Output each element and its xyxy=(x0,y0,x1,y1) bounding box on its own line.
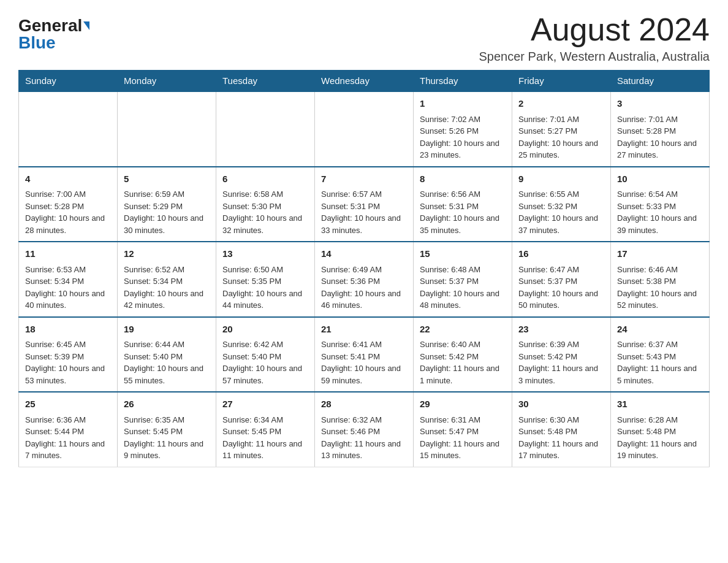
calendar-cell: 10Sunrise: 6:54 AMSunset: 5:33 PMDayligh… xyxy=(611,167,710,242)
day-info: Sunrise: 6:56 AMSunset: 5:31 PMDaylight:… xyxy=(420,188,506,236)
calendar-cell xyxy=(19,91,118,167)
weekday-header-wednesday: Wednesday xyxy=(315,71,414,92)
day-info: Sunrise: 6:37 AMSunset: 5:43 PMDaylight:… xyxy=(617,339,703,386)
day-info: Sunrise: 7:00 AMSunset: 5:28 PMDaylight:… xyxy=(25,188,111,236)
day-info: Sunrise: 7:02 AMSunset: 5:26 PMDaylight:… xyxy=(420,113,506,161)
title-block: August 2024 Spencer Park, Western Austra… xyxy=(479,12,710,64)
day-number: 20 xyxy=(222,323,308,337)
calendar-cell: 4Sunrise: 7:00 AMSunset: 5:28 PMDaylight… xyxy=(19,167,118,242)
weekday-header-sunday: Sunday xyxy=(19,71,118,92)
day-info: Sunrise: 6:35 AMSunset: 5:45 PMDaylight:… xyxy=(124,414,210,462)
day-number: 3 xyxy=(617,97,703,111)
day-info: Sunrise: 6:39 AMSunset: 5:42 PMDaylight:… xyxy=(518,339,604,386)
day-number: 25 xyxy=(25,397,111,412)
day-number: 18 xyxy=(25,323,111,337)
day-number: 9 xyxy=(518,172,604,186)
day-number: 6 xyxy=(222,172,308,186)
day-number: 16 xyxy=(518,247,604,261)
day-number: 10 xyxy=(617,172,703,186)
weekday-header-tuesday: Tuesday xyxy=(216,71,315,92)
day-info: Sunrise: 6:36 AMSunset: 5:44 PMDaylight:… xyxy=(25,414,111,462)
calendar-cell xyxy=(118,91,216,167)
calendar-week-row: 4Sunrise: 7:00 AMSunset: 5:28 PMDaylight… xyxy=(19,167,710,242)
calendar-cell: 8Sunrise: 6:56 AMSunset: 5:31 PMDaylight… xyxy=(414,167,512,242)
day-info: Sunrise: 6:54 AMSunset: 5:33 PMDaylight:… xyxy=(617,188,703,236)
day-info: Sunrise: 7:01 AMSunset: 5:28 PMDaylight:… xyxy=(617,113,703,161)
calendar-table: SundayMondayTuesdayWednesdayThursdayFrid… xyxy=(18,70,710,467)
calendar-cell: 27Sunrise: 6:34 AMSunset: 5:45 PMDayligh… xyxy=(216,392,315,467)
day-number: 14 xyxy=(321,247,407,261)
logo-blue: Blue xyxy=(18,33,56,52)
calendar-cell: 18Sunrise: 6:45 AMSunset: 5:39 PMDayligh… xyxy=(19,317,118,393)
calendar-cell: 7Sunrise: 6:57 AMSunset: 5:31 PMDaylight… xyxy=(315,167,414,242)
day-number: 4 xyxy=(25,172,111,186)
calendar-subtitle: Spencer Park, Western Australia, Austral… xyxy=(479,50,710,64)
calendar-cell: 6Sunrise: 6:58 AMSunset: 5:30 PMDaylight… xyxy=(216,167,315,242)
logo-general: General xyxy=(18,17,82,34)
day-number: 11 xyxy=(25,247,111,261)
day-info: Sunrise: 6:48 AMSunset: 5:37 PMDaylight:… xyxy=(420,264,506,312)
day-number: 21 xyxy=(321,323,407,337)
day-info: Sunrise: 6:50 AMSunset: 5:35 PMDaylight:… xyxy=(222,264,308,312)
day-info: Sunrise: 6:45 AMSunset: 5:39 PMDaylight:… xyxy=(25,339,111,386)
day-number: 30 xyxy=(518,397,604,412)
calendar-cell: 3Sunrise: 7:01 AMSunset: 5:28 PMDaylight… xyxy=(611,91,710,167)
day-number: 15 xyxy=(420,247,506,261)
day-info: Sunrise: 6:53 AMSunset: 5:34 PMDaylight:… xyxy=(25,264,111,312)
calendar-cell: 16Sunrise: 6:47 AMSunset: 5:37 PMDayligh… xyxy=(512,242,611,317)
day-number: 12 xyxy=(124,247,210,261)
day-number: 26 xyxy=(124,397,210,412)
weekday-header-saturday: Saturday xyxy=(611,71,710,92)
calendar-cell: 22Sunrise: 6:40 AMSunset: 5:42 PMDayligh… xyxy=(414,317,512,393)
day-info: Sunrise: 6:58 AMSunset: 5:30 PMDaylight:… xyxy=(222,188,308,236)
calendar-week-row: 18Sunrise: 6:45 AMSunset: 5:39 PMDayligh… xyxy=(19,317,710,393)
day-number: 23 xyxy=(518,323,604,337)
calendar-week-row: 11Sunrise: 6:53 AMSunset: 5:34 PMDayligh… xyxy=(19,242,710,317)
logo: General Blue xyxy=(18,17,89,52)
day-info: Sunrise: 6:42 AMSunset: 5:40 PMDaylight:… xyxy=(222,339,308,386)
calendar-cell: 14Sunrise: 6:49 AMSunset: 5:36 PMDayligh… xyxy=(315,242,414,317)
day-info: Sunrise: 6:32 AMSunset: 5:46 PMDaylight:… xyxy=(321,414,407,462)
weekday-header-monday: Monday xyxy=(118,71,216,92)
calendar-cell: 23Sunrise: 6:39 AMSunset: 5:42 PMDayligh… xyxy=(512,317,611,393)
weekday-header-row: SundayMondayTuesdayWednesdayThursdayFrid… xyxy=(19,71,710,92)
calendar-cell: 17Sunrise: 6:46 AMSunset: 5:38 PMDayligh… xyxy=(611,242,710,317)
day-number: 17 xyxy=(617,247,703,261)
calendar-cell: 13Sunrise: 6:50 AMSunset: 5:35 PMDayligh… xyxy=(216,242,315,317)
day-number: 28 xyxy=(321,397,407,412)
calendar-cell xyxy=(315,91,414,167)
day-number: 31 xyxy=(617,397,703,412)
weekday-header-friday: Friday xyxy=(512,71,611,92)
weekday-header-thursday: Thursday xyxy=(414,71,512,92)
day-info: Sunrise: 6:47 AMSunset: 5:37 PMDaylight:… xyxy=(518,264,604,312)
day-number: 7 xyxy=(321,172,407,186)
calendar-cell: 26Sunrise: 6:35 AMSunset: 5:45 PMDayligh… xyxy=(118,392,216,467)
day-number: 29 xyxy=(420,397,506,412)
calendar-cell: 29Sunrise: 6:31 AMSunset: 5:47 PMDayligh… xyxy=(414,392,512,467)
calendar-cell: 24Sunrise: 6:37 AMSunset: 5:43 PMDayligh… xyxy=(611,317,710,393)
calendar-cell: 1Sunrise: 7:02 AMSunset: 5:26 PMDaylight… xyxy=(414,91,512,167)
day-number: 22 xyxy=(420,323,506,337)
calendar-cell: 20Sunrise: 6:42 AMSunset: 5:40 PMDayligh… xyxy=(216,317,315,393)
day-info: Sunrise: 6:30 AMSunset: 5:48 PMDaylight:… xyxy=(518,414,604,462)
calendar-cell: 30Sunrise: 6:30 AMSunset: 5:48 PMDayligh… xyxy=(512,392,611,467)
calendar-cell: 11Sunrise: 6:53 AMSunset: 5:34 PMDayligh… xyxy=(19,242,118,317)
day-info: Sunrise: 6:55 AMSunset: 5:32 PMDaylight:… xyxy=(518,188,604,236)
day-number: 1 xyxy=(420,97,506,111)
day-info: Sunrise: 6:28 AMSunset: 5:48 PMDaylight:… xyxy=(617,414,703,462)
day-info: Sunrise: 7:01 AMSunset: 5:27 PMDaylight:… xyxy=(518,113,604,161)
day-number: 13 xyxy=(222,247,308,261)
calendar-cell: 9Sunrise: 6:55 AMSunset: 5:32 PMDaylight… xyxy=(512,167,611,242)
day-info: Sunrise: 6:57 AMSunset: 5:31 PMDaylight:… xyxy=(321,188,407,236)
calendar-cell: 19Sunrise: 6:44 AMSunset: 5:40 PMDayligh… xyxy=(118,317,216,393)
day-info: Sunrise: 6:40 AMSunset: 5:42 PMDaylight:… xyxy=(420,339,506,386)
calendar-cell: 5Sunrise: 6:59 AMSunset: 5:29 PMDaylight… xyxy=(118,167,216,242)
day-number: 8 xyxy=(420,172,506,186)
day-info: Sunrise: 6:49 AMSunset: 5:36 PMDaylight:… xyxy=(321,264,407,312)
calendar-cell: 28Sunrise: 6:32 AMSunset: 5:46 PMDayligh… xyxy=(315,392,414,467)
calendar-cell: 2Sunrise: 7:01 AMSunset: 5:27 PMDaylight… xyxy=(512,91,611,167)
day-info: Sunrise: 6:46 AMSunset: 5:38 PMDaylight:… xyxy=(617,264,703,312)
day-number: 27 xyxy=(222,397,308,412)
day-number: 5 xyxy=(124,172,210,186)
calendar-cell: 31Sunrise: 6:28 AMSunset: 5:48 PMDayligh… xyxy=(611,392,710,467)
